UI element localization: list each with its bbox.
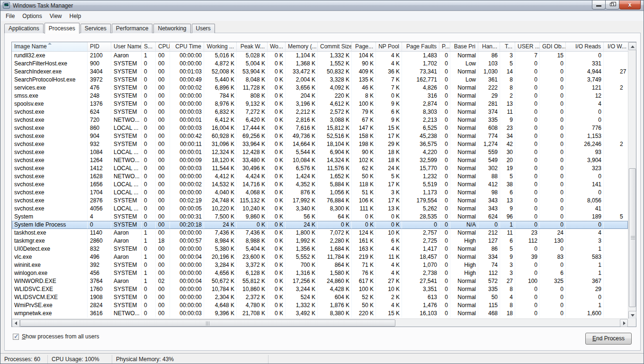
column-header[interactable]: Wo... xyxy=(268,42,286,52)
table-row[interactable]: svchost.exe1412LOCAL ...00000:00:0311,54… xyxy=(12,164,628,173)
tab-performance[interactable]: Performance xyxy=(112,24,153,33)
column-header[interactable]: Page Faults xyxy=(402,42,439,52)
table-cell: 50 K xyxy=(352,173,376,181)
vertical-scrollbar[interactable] xyxy=(628,42,636,319)
menu-options[interactable]: Options xyxy=(18,12,45,20)
table-row[interactable]: svchost.exe1084LOCAL ...00000:00:0112,32… xyxy=(12,148,628,156)
scroll-up-button[interactable] xyxy=(628,42,636,50)
column-header[interactable]: User Name xyxy=(111,42,142,52)
column-header[interactable]: I/O W... xyxy=(604,42,628,52)
end-process-button[interactable]: End Process xyxy=(585,333,632,345)
table-cell: 76,884 K xyxy=(318,197,352,205)
table-cell: 412 xyxy=(478,181,500,189)
show-all-users-control[interactable]: ✓ Show processes from all users xyxy=(13,333,99,340)
column-header[interactable]: Peak W... xyxy=(237,42,268,52)
show-all-users-checkbox[interactable]: ✓ xyxy=(13,334,19,340)
column-header[interactable]: NP Pool xyxy=(376,42,402,52)
table-cell: 1,104 K xyxy=(286,52,318,60)
column-header[interactable]: S... xyxy=(142,42,156,52)
table-cell: 8,984 K xyxy=(204,237,237,245)
table-cell: 1 xyxy=(566,261,604,269)
table-row[interactable]: WLIDSVCM.EXE1908SYSTEM00000:00:002,304 K… xyxy=(12,293,628,301)
menu-view[interactable]: View xyxy=(46,12,66,20)
restore-button[interactable] xyxy=(606,0,619,9)
table-row[interactable]: vlc.exe496Aaron10000:00:0420,196 K23,600… xyxy=(12,253,628,261)
table-row[interactable]: svchost.exe860LOCAL ...00000:00:0316,004… xyxy=(12,124,628,132)
table-row[interactable]: taskhost.exe1140Aaron10000:00:007,436 K7… xyxy=(12,229,628,237)
table-cell: 0 xyxy=(439,100,450,108)
table-row[interactable]: svchost.exe1704LOCAL ...00000:00:004,040… xyxy=(12,189,628,197)
column-header[interactable]: Han... xyxy=(478,42,500,52)
scroll-right-button[interactable] xyxy=(620,319,628,327)
table-cell: 0 xyxy=(478,221,500,229)
table-row[interactable]: System4SYSTEM00000:00:317,500 K9,860 K0 … xyxy=(12,213,628,221)
column-header[interactable]: CPU Time xyxy=(170,42,204,52)
table-row[interactable]: WINWORD.EXE3764Aaron10200:00:0450,672 K5… xyxy=(12,277,628,285)
column-header[interactable]: Working ... xyxy=(204,42,237,52)
tab-users[interactable]: Users xyxy=(192,24,215,33)
table-row[interactable]: wininit.exe392SYSTEM00000:00:003,284 K3,… xyxy=(12,261,628,269)
table-row[interactable]: WmiPrvSE.exe2824SYSTEM00000:00:004,648 K… xyxy=(12,301,628,309)
table-row[interactable]: svchost.exe624SYSTEM00000:00:036,832 K7,… xyxy=(12,108,628,116)
table-row[interactable]: svchost.exe1656LOCAL ...00000:00:0214,53… xyxy=(12,181,628,189)
table-row[interactable]: SearchProtocolHost.exe3972SYSTEM00000:00… xyxy=(12,76,628,84)
column-header[interactable]: T... xyxy=(500,42,515,52)
scroll-down-button[interactable] xyxy=(628,311,636,319)
minimize-button[interactable] xyxy=(592,0,606,9)
table-row[interactable]: spoolsv.exe1376SYSTEM00000:00:008,976 K9… xyxy=(12,100,628,108)
table-row[interactable]: UI0Detect.exe832SYSTEM00000:00:005,380 K… xyxy=(12,245,628,253)
tab-processes[interactable]: Processes xyxy=(45,23,80,34)
column-header[interactable]: P... xyxy=(439,42,450,52)
table-row[interactable]: svchost.exe932SYSTEM00000:00:1131,096 K3… xyxy=(12,140,628,148)
table-row[interactable]: smss.exe248SYSTEM00000:00:00784 K808 K0 … xyxy=(12,92,628,100)
table-cell: 1,992 K xyxy=(286,237,318,245)
menu-file[interactable]: File xyxy=(2,12,18,20)
table-cell: 1,153 xyxy=(566,132,604,140)
table-row[interactable]: svchost.exe904SYSTEM00000:00:4260,928 K6… xyxy=(12,132,628,140)
table-row[interactable]: services.exe476SYSTEM00000:00:026,896 K1… xyxy=(12,84,628,92)
table-row[interactable]: winlogon.exe456SYSTEM10000:00:004,656 K6… xyxy=(12,269,628,277)
table-cell: 1,702 xyxy=(402,60,439,68)
table-cell: 1760 xyxy=(88,285,111,293)
horizontal-scroll-thumb[interactable] xyxy=(20,319,395,327)
table-cell: 624 xyxy=(88,108,111,116)
table-row[interactable]: svchost.exe4056LOCAL ...00000:00:0510,22… xyxy=(12,205,628,213)
table-row[interactable]: rundll32.exe2100Aaron10000:00:005,016 K5… xyxy=(12,52,628,60)
column-header[interactable]: USER ... xyxy=(515,42,540,52)
column-header[interactable]: Page... xyxy=(352,42,376,52)
column-header[interactable]: I/O Reads xyxy=(566,42,604,52)
column-header[interactable]: Commit Size xyxy=(318,42,352,52)
tab-networking[interactable]: Networking xyxy=(153,24,190,33)
arrow-down-icon xyxy=(631,314,635,317)
table-row[interactable]: SearchFilterHost.exe900SYSTEM00000:00:00… xyxy=(12,60,628,68)
table-row[interactable]: svchost.exe1264NETWO...00000:00:0918,120… xyxy=(12,156,628,164)
column-header[interactable]: Base Pri xyxy=(450,42,478,52)
table-row[interactable]: SearchIndexer.exe3404SYSTEM00000:01:0352… xyxy=(12,68,628,76)
table-row[interactable]: taskmgr.exe2860Aaron11800:00:578,984 K8,… xyxy=(12,237,628,245)
table-row[interactable]: svchost.exe1628NETWO...00000:00:004,412 … xyxy=(12,173,628,181)
column-header[interactable]: Memory (... xyxy=(286,42,318,52)
table-cell: 7,072 K xyxy=(318,229,352,237)
horizontal-scrollbar[interactable] xyxy=(12,318,628,327)
table-cell: NETWO... xyxy=(111,116,142,124)
table-row[interactable]: wmpnetwk.exe3616NETWO...00000:00:039,396… xyxy=(12,309,628,318)
table-row[interactable]: svchost.exe720NETWO...00000:00:016,412 K… xyxy=(12,116,628,124)
column-header[interactable]: CPU xyxy=(156,42,170,52)
table-cell: 00:20:18 xyxy=(170,221,204,229)
scroll-left-button[interactable] xyxy=(12,319,20,327)
table-row[interactable]: System Idle Process0SYSTEM00000:20:1824 … xyxy=(12,221,628,229)
column-header[interactable]: PID xyxy=(88,42,111,52)
table-body: rundll32.exe2100Aaron10000:00:005,016 K5… xyxy=(12,52,628,318)
tab-services[interactable]: Services xyxy=(80,24,111,33)
table-cell: 0 xyxy=(515,197,540,205)
tab-applications[interactable]: Applications xyxy=(4,24,44,33)
table-row[interactable]: WLIDSVC.EXE1760SYSTEM00000:00:0010,784 K… xyxy=(12,285,628,293)
close-button[interactable]: x xyxy=(619,0,641,9)
column-header[interactable]: Image Name xyxy=(12,42,88,52)
vertical-scroll-thumb[interactable] xyxy=(629,168,636,307)
menu-help[interactable]: Help xyxy=(66,12,85,20)
table-row[interactable]: svchost.exe2876SYSTEM00000:02:1924,748 K… xyxy=(12,197,628,205)
table-cell: 00:00:00 xyxy=(170,293,204,301)
column-header[interactable]: GDI Ob... xyxy=(540,42,566,52)
sort-ascending-icon xyxy=(48,43,52,45)
